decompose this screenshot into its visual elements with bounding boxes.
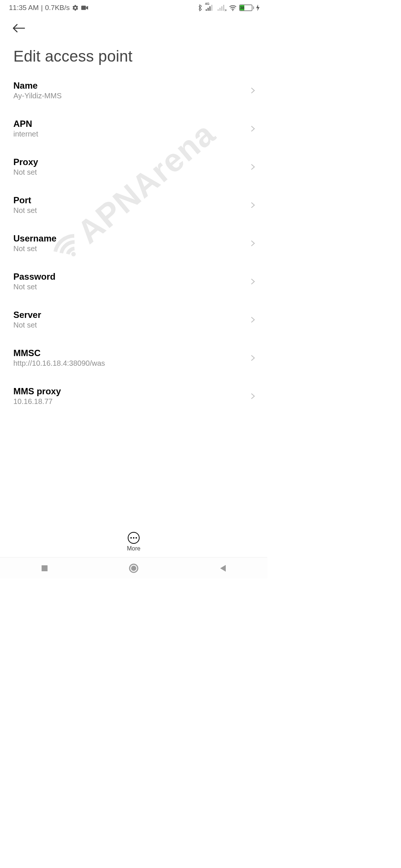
setting-row-mms-proxy[interactable]: MMS proxy 10.16.18.77 bbox=[0, 377, 267, 415]
status-separator: | bbox=[41, 4, 43, 12]
setting-label: MMS proxy bbox=[13, 386, 250, 397]
svg-rect-7 bbox=[221, 6, 222, 11]
bottom-action-bar: More bbox=[0, 527, 267, 557]
video-camera-icon bbox=[81, 5, 88, 10]
setting-row-server[interactable]: Server Not set bbox=[0, 300, 267, 339]
bluetooth-icon bbox=[198, 4, 203, 11]
status-time: 11:35 AM bbox=[9, 4, 39, 12]
page-title: Edit access point bbox=[0, 38, 267, 75]
setting-label: APN bbox=[13, 119, 250, 129]
svg-text:✕: ✕ bbox=[224, 8, 226, 11]
back-button[interactable] bbox=[13, 27, 25, 34]
svg-point-10 bbox=[232, 10, 234, 11]
setting-row-name[interactable]: Name Ay-Yildiz-MMS bbox=[0, 71, 267, 109]
svg-rect-0 bbox=[81, 6, 86, 10]
more-button[interactable]: More bbox=[127, 532, 140, 552]
more-label: More bbox=[127, 545, 140, 552]
more-icon bbox=[128, 532, 140, 544]
chevron-right-icon bbox=[250, 164, 256, 170]
setting-label: Name bbox=[13, 80, 250, 91]
svg-rect-3 bbox=[209, 6, 211, 11]
setting-value: 10.16.18.77 bbox=[13, 397, 250, 406]
setting-value: Not set bbox=[13, 244, 250, 253]
status-net-speed: 0.7KB/s bbox=[45, 4, 70, 12]
chevron-right-icon bbox=[250, 202, 256, 208]
charging-icon bbox=[256, 4, 260, 11]
nav-recent-button[interactable] bbox=[22, 565, 67, 572]
setting-label: Proxy bbox=[13, 157, 250, 167]
setting-label: MMSC bbox=[13, 348, 250, 358]
chevron-right-icon bbox=[250, 355, 256, 361]
svg-marker-16 bbox=[220, 565, 226, 572]
setting-value: http://10.16.18.4:38090/was bbox=[13, 359, 250, 368]
setting-label: Password bbox=[13, 272, 250, 282]
setting-row-password[interactable]: Password Not set bbox=[0, 262, 267, 300]
setting-value: Not set bbox=[13, 321, 250, 329]
status-left: 11:35 AM | 0.7KB/s bbox=[9, 4, 88, 12]
svg-rect-6 bbox=[219, 8, 221, 11]
chevron-right-icon bbox=[250, 393, 256, 400]
nav-back-button[interactable] bbox=[200, 564, 245, 572]
chevron-right-icon bbox=[250, 125, 256, 132]
svg-rect-2 bbox=[208, 8, 209, 11]
chevron-right-icon bbox=[250, 316, 256, 323]
setting-value: Not set bbox=[13, 206, 250, 215]
svg-rect-5 bbox=[218, 9, 219, 11]
battery-icon: 38 bbox=[239, 4, 254, 11]
setting-row-username[interactable]: Username Not set bbox=[0, 224, 267, 262]
status-bar: 11:35 AM | 0.7KB/s 4G ✕ 38 bbox=[0, 0, 267, 14]
setting-row-apn[interactable]: APN internet bbox=[0, 109, 267, 148]
chevron-right-icon bbox=[250, 278, 256, 285]
app-bar bbox=[0, 14, 267, 38]
signal-no-sim-icon: ✕ bbox=[217, 4, 226, 11]
nav-home-button[interactable] bbox=[111, 563, 156, 573]
system-nav-bar bbox=[0, 557, 267, 579]
setting-label: Server bbox=[13, 310, 250, 320]
svg-rect-13 bbox=[42, 565, 48, 571]
setting-value: Not set bbox=[13, 283, 250, 291]
settings-list[interactable]: Name Ay-Yildiz-MMS APN internet Proxy No… bbox=[0, 71, 267, 527]
svg-rect-4 bbox=[211, 5, 212, 11]
setting-row-proxy[interactable]: Proxy Not set bbox=[0, 148, 267, 186]
chevron-right-icon bbox=[250, 240, 256, 247]
setting-label: Username bbox=[13, 233, 250, 244]
status-right: 4G ✕ 38 bbox=[198, 4, 260, 11]
setting-row-mmsc[interactable]: MMSC http://10.16.18.4:38090/was bbox=[0, 339, 267, 377]
svg-point-15 bbox=[131, 566, 136, 571]
setting-value: Not set bbox=[13, 168, 250, 177]
svg-rect-1 bbox=[206, 9, 207, 11]
setting-value: internet bbox=[13, 130, 250, 138]
wifi-icon bbox=[229, 4, 237, 11]
chevron-right-icon bbox=[250, 87, 256, 94]
setting-value: Ay-Yildiz-MMS bbox=[13, 92, 250, 100]
battery-percent: 38 bbox=[240, 5, 244, 10]
signal-4g-icon: 4G bbox=[205, 4, 215, 11]
gear-icon bbox=[72, 4, 79, 11]
setting-label: Port bbox=[13, 195, 250, 206]
setting-row-port[interactable]: Port Not set bbox=[0, 186, 267, 224]
